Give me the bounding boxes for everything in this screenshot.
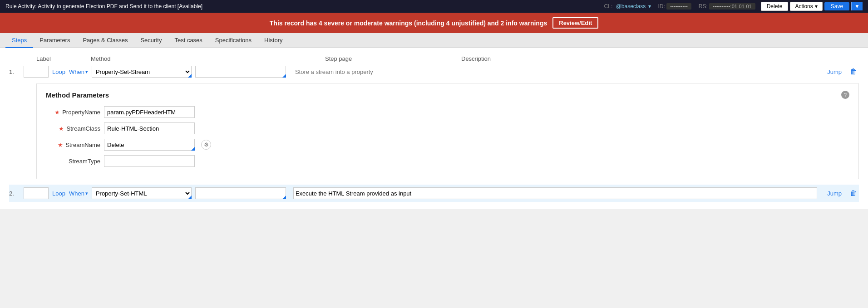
tab-parameters[interactable]: Parameters — [33, 33, 76, 48]
header-method: Method — [36, 55, 325, 62]
when-2-chevron-icon: ▾ — [85, 191, 88, 196]
param-input-streamclass[interactable] — [104, 122, 195, 134]
step-1-row: 1. Loop When ▾ Property-Set-Stream Jump … — [9, 66, 859, 78]
page-title: Rule Activity: Activity to generate Elec… — [5, 3, 599, 10]
step-1-method-wrapper: Property-Set-Stream — [92, 66, 192, 78]
step-2-row: 2. Loop When ▾ Property-Set-HTML Jump 🗑 — [9, 185, 859, 202]
step-1-loop-link[interactable]: Loop — [52, 68, 65, 75]
step-2-loop-link[interactable]: Loop — [52, 190, 65, 197]
step-1-method-select[interactable]: Property-Set-Stream — [92, 66, 192, 78]
warning-bar: This record has 4 severe or moderate war… — [0, 13, 868, 33]
step-2-method-select[interactable]: Property-Set-HTML — [92, 187, 192, 199]
step-2-method-wrapper: Property-Set-HTML — [92, 187, 192, 199]
header-steppage: Step page — [325, 55, 461, 62]
top-bar: Rule Activity: Activity to generate Elec… — [0, 0, 868, 13]
cl-label: CL: @baseclass ▾ — [604, 3, 651, 10]
method-params-title: Method Parameters — [46, 91, 109, 99]
tab-test-cases[interactable]: Test cases — [168, 33, 208, 48]
step-2-steppage-wrapper — [195, 187, 286, 199]
id-value: •••••••••• — [666, 3, 691, 10]
rs-value: ••••••••••:01-01-01 — [709, 3, 755, 10]
param-label-streamtype: StreamType — [46, 158, 100, 165]
param-required-star-2: ★ — [59, 125, 64, 132]
delete-button[interactable]: Delete — [761, 2, 789, 11]
param-label-propertyname: ★ PropertyName — [46, 109, 100, 116]
actions-button[interactable]: Actions ▾ — [790, 2, 822, 11]
step-1-label-input[interactable] — [24, 66, 49, 78]
tab-security[interactable]: Security — [134, 33, 168, 48]
step-1-number: 1. — [9, 68, 20, 75]
method-params-section: Method Parameters ? ★ PropertyName ★ Str… — [36, 83, 859, 179]
tab-steps[interactable]: Steps — [5, 33, 33, 48]
actions-chevron-icon: ▾ — [815, 3, 818, 10]
param-row-streamname: ★ StreamName ⚙ — [46, 139, 849, 151]
warning-message: This record has 4 severe or moderate war… — [270, 20, 547, 27]
step-header: Label Method Step page Description — [9, 55, 859, 66]
save-button[interactable]: Save — [824, 2, 849, 10]
step-2-desc-input[interactable] — [293, 187, 817, 199]
tab-specifications[interactable]: Specifications — [209, 33, 258, 48]
step-2-delete-icon[interactable]: 🗑 — [848, 189, 859, 197]
id-label: ID: •••••••••• — [658, 3, 691, 10]
header-label: Label — [9, 55, 36, 62]
param-input-streamtype[interactable] — [104, 155, 195, 167]
param-required-star-1: ★ — [54, 109, 60, 116]
param-required-star-3: ★ — [58, 142, 63, 148]
step-1-desc-wrapper — [290, 66, 821, 78]
param-input-streamname[interactable] — [104, 139, 195, 151]
step-2-label-input[interactable] — [24, 187, 49, 199]
method-params-header: Method Parameters ? — [46, 91, 849, 99]
param-input-streamname-wrapper — [104, 139, 195, 151]
cl-chevron-icon: ▾ — [648, 3, 651, 10]
step-2-desc-wrapper — [290, 187, 821, 199]
main-content: Label Method Step page Description 1. Lo… — [0, 48, 868, 209]
param-label-streamclass: ★ StreamClass — [46, 125, 100, 132]
param-row-propertyname: ★ PropertyName — [46, 106, 849, 118]
cl-value: @baseclass — [616, 3, 646, 10]
save-arrow-button[interactable]: ▼ — [851, 2, 863, 10]
top-bar-meta: CL: @baseclass ▾ ID: •••••••••• RS: ••••… — [604, 3, 755, 10]
param-row-streamclass: ★ StreamClass — [46, 122, 849, 134]
help-icon[interactable]: ? — [841, 91, 849, 99]
step-1-jump-link[interactable]: Jump — [824, 68, 844, 75]
step-1-when-dropdown[interactable]: When ▾ — [69, 68, 88, 75]
step-2-jump-link[interactable]: Jump — [824, 190, 844, 197]
tab-history[interactable]: History — [258, 33, 289, 48]
step-1-steppage-input[interactable] — [195, 66, 286, 78]
rs-label: RS: ••••••••••:01-01-01 — [699, 3, 755, 10]
step-2-steppage-input[interactable] — [195, 187, 286, 199]
review-edit-button[interactable]: Review/Edit — [552, 17, 598, 29]
param-label-streamname: ★ StreamName — [46, 142, 100, 148]
param-row-streamtype: StreamType — [46, 155, 849, 167]
param-input-propertyname[interactable] — [104, 106, 195, 118]
tab-pages-classes[interactable]: Pages & Classes — [76, 33, 134, 48]
step-2-when-dropdown[interactable]: When ▾ — [69, 190, 88, 197]
tab-bar: Steps Parameters Pages & Classes Securit… — [0, 33, 868, 48]
step-1-steppage-wrapper — [195, 66, 286, 78]
top-bar-actions: Delete Actions ▾ Save ▼ — [761, 2, 863, 11]
header-description: Description — [461, 55, 570, 62]
step-1-desc-input[interactable] — [293, 66, 817, 78]
when-chevron-icon: ▾ — [85, 69, 88, 75]
step-2-number: 2. — [9, 190, 20, 197]
gear-icon-button[interactable]: ⚙ — [201, 140, 211, 150]
step-1-delete-icon[interactable]: 🗑 — [848, 68, 859, 76]
